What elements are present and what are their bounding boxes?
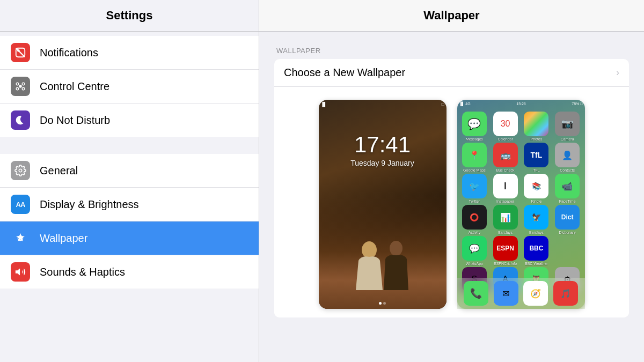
dock-safari-icon: 🧭 [523, 281, 548, 306]
svg-point-11 [362, 241, 377, 258]
sidebar-item-notifications[interactable]: Notifications [0, 36, 259, 70]
svg-point-7 [22, 87, 25, 90]
app-calendar: 30Calendar [491, 112, 520, 141]
wallpaper-label: Wallpaper [40, 232, 87, 245]
whatsapp-icon: 💬 [462, 236, 487, 261]
espncric-label: ESPNCricInfo [494, 262, 517, 265]
sidebar-item-wallpaper[interactable]: Wallpaper [0, 221, 259, 255]
app-espncric: ESPNESPNCricInfo [491, 236, 520, 265]
section-label: WALLPAPER [274, 47, 629, 55]
lockscreen-bg: ▐▌ □ 17:41 Tuesday 9 January [319, 100, 447, 309]
contacts-label: Contacts [560, 168, 575, 172]
app-instapaper: IInstapaper [491, 174, 520, 203]
general-icon [11, 161, 30, 180]
notifications-label: Notifications [40, 47, 98, 59]
dot-2 [383, 302, 386, 305]
choose-wallpaper-row[interactable]: Choose a New Wallpaper › [274, 59, 629, 87]
children-silhouette [345, 237, 420, 301]
dock: 📞 ✉ 🧭 🎵 [457, 278, 585, 309]
sidebar-section-1: Notifications Control Centre [0, 36, 259, 137]
do-not-disturb-icon [11, 110, 30, 130]
app-facetime: 📹FaceTime [553, 174, 582, 203]
espncric-icon: ESPN [493, 236, 518, 261]
sidebar-item-display[interactable]: AA Display & Brightness [0, 188, 259, 221]
sounds-label: Sounds & Haptics [40, 266, 125, 278]
facetime-label: FaceTime [559, 200, 576, 203]
app-camera: 📷Camera [553, 112, 582, 141]
svg-point-6 [16, 87, 19, 90]
sidebar-section-2: General AA Display & Brightness Wallpape… [0, 154, 259, 289]
sidebar-item-control-centre[interactable]: Control Centre [0, 70, 259, 104]
display-label: Display & Brightness [40, 198, 139, 211]
homescreen-status-bar: ▐▌ 4G 15:26 78% □ [459, 102, 583, 106]
contacts-icon: 👤 [555, 143, 580, 167]
app-contacts: 👤Contacts [553, 143, 582, 172]
general-label: General [40, 165, 78, 177]
notifications-icon [11, 43, 30, 62]
lockscreen-children-area [319, 194, 447, 309]
dock-phone-icon: 📞 [464, 281, 488, 306]
lockscreen-time: 17:41 [354, 132, 411, 158]
empty-icon [555, 236, 580, 261]
tfl-icon: TfL [524, 143, 548, 167]
homescreen-bg: ▐▌ 4G 15:26 78% □ 💬Messages 30Calendar P… [457, 100, 585, 309]
dock-mail: ✉ [494, 281, 518, 306]
wallpaper-icon [11, 228, 30, 248]
svg-point-3 [19, 85, 22, 88]
app-maps: 📍Google Maps [460, 143, 489, 172]
choose-wallpaper-label: Choose a New Wallpaper [284, 67, 405, 79]
app-activity: ⭕Activity [460, 205, 489, 234]
sidebar: Settings Notifications [0, 0, 259, 362]
hs-battery: 78% □ [572, 102, 582, 106]
tfl-label: TFL [533, 168, 539, 172]
app-barclays: 🦅Barclays [522, 205, 551, 234]
ls-battery: □ [442, 102, 444, 107]
barclays-icon: 🦅 [524, 205, 548, 230]
sounds-icon [11, 262, 30, 282]
activity-icon: ⭕ [462, 205, 487, 230]
sidebar-item-sounds[interactable]: Sounds & Haptics [0, 255, 259, 289]
bbcweather-label: BBC Weather [525, 262, 548, 265]
app-grid: 💬Messages 30Calendar Photos 📷Camera 📍Goo… [457, 100, 585, 299]
dock-music-icon: 🎵 [553, 281, 578, 306]
homescreen-preview[interactable]: ▐▌ 4G 15:26 78% □ 💬Messages 30Calendar P… [457, 100, 585, 309]
sidebar-item-do-not-disturb[interactable]: Do Not Disturb [0, 104, 259, 137]
hs-time: 15:26 [516, 102, 526, 106]
app-photos: Photos [522, 112, 551, 141]
barclays-label: Barclays [529, 231, 544, 234]
whatsapp-label: WhatsApp [466, 262, 483, 265]
numbers-label: Barclays [498, 231, 513, 234]
instapaper-label: Instapaper [496, 200, 514, 203]
svg-point-12 [390, 241, 402, 256]
wallpaper-card: Choose a New Wallpaper › ▐▌ □ 17:41 Tues… [274, 59, 629, 317]
dock-mail-icon: ✉ [494, 281, 518, 306]
dot-1 [379, 302, 382, 305]
app-twitter: 🐦Twitter [460, 174, 489, 203]
chevron-right-icon: › [616, 67, 619, 78]
bus-label: Bus Check [496, 168, 515, 172]
sidebar-header: Settings [0, 0, 259, 32]
bbcweather-icon: BBC [524, 236, 548, 261]
svg-point-4 [16, 83, 19, 85]
activity-label: Activity [469, 231, 480, 234]
messages-label: Messages [466, 137, 483, 141]
app-tfl: TfLTFL [522, 143, 551, 172]
sidebar-title: Settings [106, 9, 153, 22]
lockscreen-status-bar: ▐▌ □ [321, 102, 444, 107]
control-centre-label: Control Centre [40, 80, 109, 93]
ls-signal: ▐▌ [321, 102, 327, 107]
hs-carrier: ▐▌ 4G [459, 102, 471, 106]
photos-label: Photos [530, 137, 542, 141]
page-dots [319, 302, 447, 305]
kindle-icon: 📚 [524, 174, 548, 198]
app-empty [553, 236, 582, 265]
control-centre-icon [11, 77, 30, 96]
sidebar-item-general[interactable]: General [0, 154, 259, 188]
sidebar-divider-1 [0, 137, 259, 150]
panel-title: Wallpaper [423, 9, 479, 22]
twitter-icon: 🐦 [462, 174, 487, 198]
app-bbcweather: BBCBBC Weather [522, 236, 551, 265]
panel-content: WALLPAPER Choose a New Wallpaper › ▐▌ □ [259, 32, 644, 362]
lockscreen-preview[interactable]: ▐▌ □ 17:41 Tuesday 9 January [319, 100, 447, 309]
app-bus: 🚌Bus Check [491, 143, 520, 172]
